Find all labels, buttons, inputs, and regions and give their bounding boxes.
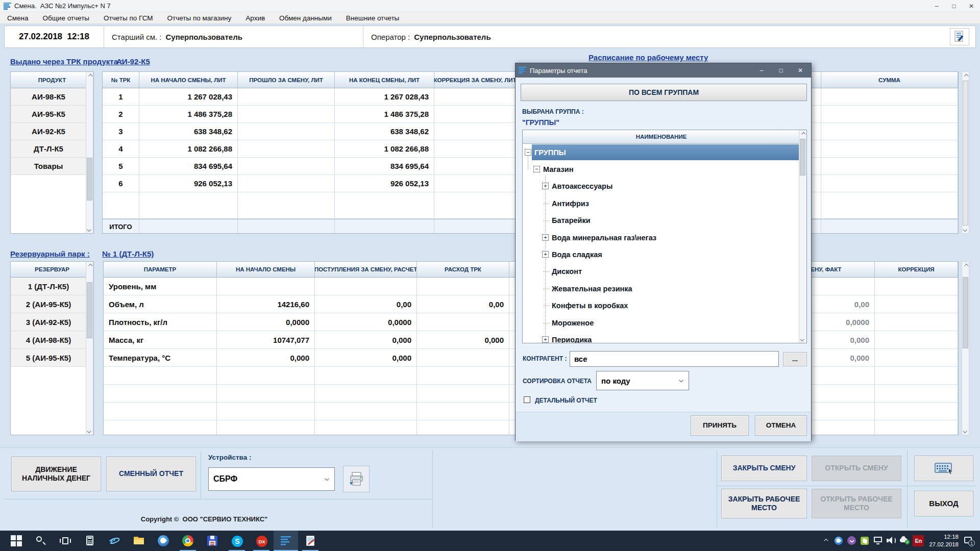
tray-expand[interactable]	[819, 531, 832, 551]
trk-section-link[interactable]: Выдано через ТРК продукта :	[10, 57, 122, 66]
onscreen-keyboard-button[interactable]	[914, 456, 973, 481]
reservoir-row[interactable]: 4 (АИ-98-К5)	[11, 331, 86, 349]
products-scrollbar[interactable]	[86, 72, 93, 233]
taskbar-skype[interactable]: S	[225, 531, 249, 551]
open-workplace-button[interactable]: ОТКРЫТЬ РАБОЧЕЕ МЕСТО	[812, 489, 901, 518]
menu-item[interactable]: Смена	[0, 13, 36, 23]
tray-clock[interactable]: 12:18 27.02.2018	[929, 533, 959, 548]
detailed-report-checkbox[interactable]	[524, 396, 530, 403]
expand-icon[interactable]: +	[542, 234, 549, 241]
dialog-maximize-button[interactable]: □	[771, 63, 791, 78]
tray-language[interactable]: En	[912, 531, 925, 551]
tree-item[interactable]: Мороженое	[523, 314, 800, 331]
tray-network-icon[interactable]	[872, 531, 885, 551]
tray-viber[interactable]	[845, 531, 859, 551]
taskbar-servio-app[interactable]	[274, 531, 298, 551]
taskbar-floppy-app[interactable]	[200, 531, 225, 551]
sort-select[interactable]: по коду	[596, 371, 689, 390]
trk-product-link[interactable]: АИ-92-К5	[116, 57, 150, 66]
dialog-title-bar[interactable]: Параметры отчета – □ ✕	[516, 63, 811, 78]
expand-icon[interactable]: +	[542, 183, 549, 189]
tray-cloud-sync[interactable]: ✓	[898, 531, 912, 551]
scroll-thumb[interactable]	[800, 139, 805, 176]
tree-item[interactable]: Конфеты в коробках	[523, 297, 800, 314]
scroll-thumb[interactable]	[87, 282, 92, 338]
reservoir-row[interactable]: 3 (АИ-92-К5)	[11, 313, 86, 331]
scroll-down-icon[interactable]	[86, 427, 93, 435]
tray-antivirus[interactable]	[859, 531, 872, 551]
reservoirs-scrollbar[interactable]	[86, 262, 93, 435]
menu-item[interactable]: Архив	[238, 13, 272, 23]
close-shift-button[interactable]: ЗАКРЫТЬ СМЕНУ	[721, 456, 807, 481]
close-workplace-button[interactable]: ЗАКРЫТЬ РАБОЧЕЕ МЕСТО	[721, 489, 807, 518]
task-view-button[interactable]	[53, 531, 78, 551]
tray-thunderbird[interactable]	[832, 531, 845, 551]
all-groups-button[interactable]: ПО ВСЕМ ГРУППАМ	[521, 84, 807, 101]
taskbar-internet-explorer[interactable]: e	[102, 531, 127, 551]
taskbar-chrome[interactable]	[176, 531, 200, 551]
menu-item[interactable]: Обмен данными	[272, 13, 339, 23]
reservoir-row[interactable]: 5 (АИ-95-К5)	[11, 349, 86, 367]
contragent-browse-button[interactable]: ...	[783, 352, 807, 366]
tree-item[interactable]: +Автоаксессуары	[523, 178, 800, 195]
devices-select[interactable]: СБРФ	[208, 467, 335, 491]
taskbar-thunderbird[interactable]	[151, 531, 176, 551]
taskbar-calculator[interactable]	[78, 531, 102, 551]
product-row[interactable]: АИ-92-К5	[11, 123, 86, 140]
menu-item[interactable]: Общие отчеты	[36, 13, 97, 23]
tree-item[interactable]: Антифриз	[523, 195, 800, 212]
tree-item[interactable]: −ГРУППЫ	[523, 144, 800, 161]
scroll-down-icon[interactable]	[962, 226, 969, 233]
tank-grid-scrollbar[interactable]	[962, 261, 969, 435]
expand-icon[interactable]: +	[542, 251, 549, 258]
product-row[interactable]: Товары	[11, 158, 86, 175]
open-shift-button[interactable]: ОТКРЫТЬ СМЕНУ	[812, 456, 901, 481]
tree-scrollbar[interactable]	[799, 130, 806, 343]
close-button[interactable]: ✕	[963, 0, 980, 12]
dialog-close-button[interactable]: ✕	[791, 63, 810, 78]
scroll-up-icon[interactable]	[962, 262, 969, 269]
scroll-down-icon[interactable]	[86, 226, 93, 233]
edit-report-button[interactable]	[950, 28, 969, 45]
scroll-up-icon[interactable]	[799, 130, 806, 138]
trk-grid-scrollbar[interactable]	[962, 71, 969, 234]
schedule-section-link[interactable]: Расписание по рабочему месту	[589, 53, 708, 62]
tree-item[interactable]: +Вода минеральная газ\негаз	[523, 229, 800, 246]
scroll-up-icon[interactable]	[86, 72, 93, 80]
taskbar-dx-app[interactable]: DX	[249, 531, 274, 551]
reservoir-row[interactable]: 1 (ДТ-Л-К5)	[11, 278, 86, 295]
tree-item[interactable]: +Вода сладкая	[523, 246, 800, 263]
tree-item[interactable]: Дисконт	[523, 263, 800, 280]
scroll-down-icon[interactable]	[962, 427, 969, 435]
collapse-icon[interactable]: −	[525, 149, 531, 156]
cancel-button[interactable]: ОТМЕНА	[755, 415, 807, 436]
scroll-down-icon[interactable]	[799, 335, 806, 343]
expand-icon[interactable]: +	[542, 336, 549, 343]
tree-item[interactable]: Батарейки	[523, 212, 800, 229]
reservoir-row[interactable]: 2 (АИ-95-К5)	[11, 295, 86, 313]
maximize-button[interactable]: □	[945, 0, 963, 12]
menu-item[interactable]: Отчеты по ГСМ	[96, 13, 160, 23]
tree-item[interactable]: −Магазин	[523, 161, 800, 178]
scroll-thumb[interactable]	[963, 277, 968, 348]
accept-button[interactable]: ПРИНЯТЬ	[691, 415, 749, 436]
product-row[interactable]: АИ-98-К5	[11, 88, 86, 106]
minimize-button[interactable]: –	[928, 0, 945, 12]
scroll-up-icon[interactable]	[962, 72, 969, 80]
product-row[interactable]: АИ-95-К5	[11, 106, 86, 123]
scroll-up-icon[interactable]	[86, 262, 93, 269]
start-button[interactable]	[4, 531, 29, 551]
product-row[interactable]: ДТ-Л-К5	[11, 140, 86, 158]
cash-flow-button[interactable]: ДВИЖЕНИЕ НАЛИЧНЫХ ДЕНЕГ	[11, 457, 101, 491]
tree-item[interactable]: Жевательная резинка	[523, 280, 800, 297]
taskbar-file-explorer[interactable]	[127, 531, 151, 551]
shift-report-button[interactable]: СМЕННЫЙ ОТЧЕТ	[106, 457, 196, 491]
tree-item[interactable]: +Периодика	[523, 331, 800, 343]
tank-value-link[interactable]: № 1 (ДТ-Л-К5)	[102, 249, 154, 258]
action-center-button[interactable]: 1	[963, 531, 980, 551]
menu-item[interactable]: Отчеты по магазину	[160, 13, 239, 23]
contragent-input[interactable]	[570, 351, 779, 367]
taskbar-image-editor[interactable]	[298, 531, 323, 551]
scroll-thumb[interactable]	[87, 158, 92, 201]
tray-volume-icon[interactable]	[885, 531, 898, 551]
